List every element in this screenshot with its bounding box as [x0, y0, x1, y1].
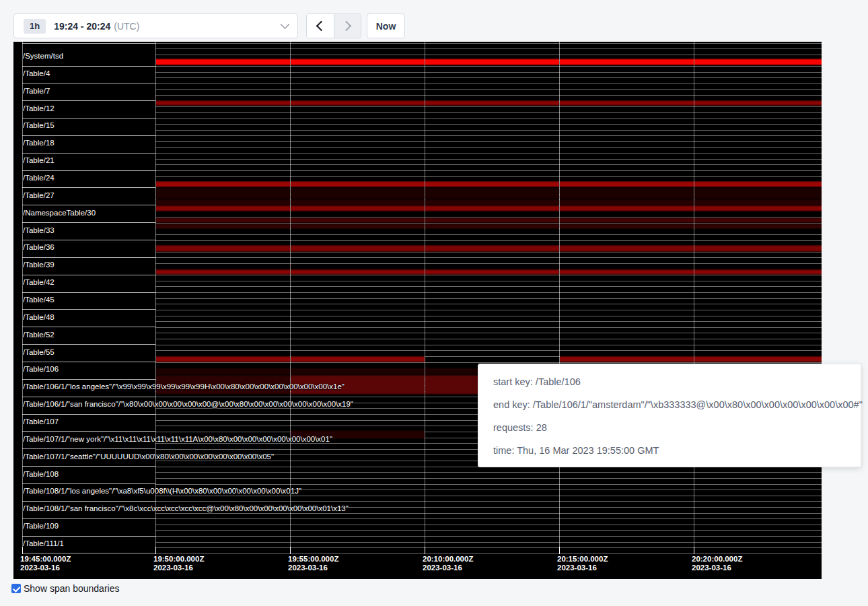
heat-band — [425, 181, 559, 187]
span-boundary-line — [155, 48, 822, 49]
show-span-boundaries-label: Show span boundaries — [24, 583, 119, 594]
heat-band — [560, 59, 694, 65]
tooltip-start-key: start key: /Table/106 — [493, 370, 861, 393]
row-label: /Table/109 — [23, 522, 59, 530]
heat-band — [156, 224, 290, 230]
span-boundary-line — [155, 176, 822, 177]
chevron-left-icon — [316, 21, 326, 32]
span-boundary-line — [155, 141, 822, 142]
row-label: /Table/108/1/"los angeles"/"\xa8\xf5\u00… — [23, 487, 301, 495]
heat-band — [291, 181, 425, 187]
span-boundary-line — [155, 159, 822, 160]
heat-band — [156, 59, 290, 65]
heat-band — [291, 356, 425, 362]
chevron-down-icon — [281, 20, 289, 29]
span-boundary-line — [155, 327, 822, 328]
span-boundary-line — [22, 83, 155, 83]
heat-band — [291, 199, 425, 205]
heat-band — [560, 181, 694, 187]
span-boundary-line — [22, 118, 155, 119]
axis-tick — [290, 547, 291, 554]
span-boundary-line — [22, 483, 155, 484]
show-span-boundaries-checkbox[interactable] — [11, 584, 21, 593]
time-range-selector[interactable]: 1h 19:24 - 20:24 (UTC) — [13, 13, 298, 38]
heat-band — [291, 187, 425, 199]
heat-band — [291, 269, 425, 275]
prev-time-button[interactable] — [307, 14, 334, 38]
span-boundary-line — [22, 309, 155, 310]
row-label: /Table/45 — [23, 296, 55, 304]
chevron-right-icon — [341, 21, 352, 32]
span-boundary-line — [22, 553, 155, 553]
span-boundary-line — [155, 547, 822, 548]
row-label: /Table/27 — [23, 191, 55, 199]
span-boundary-line — [22, 222, 155, 223]
time-label: 19:50:00.000Z2023-03-16 — [153, 555, 204, 572]
time-label: 19:45:00.000Z2023-03-16 — [20, 555, 71, 572]
span-boundary-line — [22, 275, 155, 275]
heat-band — [425, 217, 559, 224]
next-time-button-disabled[interactable] — [334, 14, 361, 38]
range-duration-badge: 1h — [24, 19, 46, 34]
heat-band — [425, 245, 559, 252]
row-label: /Table/107 — [23, 417, 59, 426]
span-boundary-line — [155, 106, 822, 107]
heat-band — [694, 245, 822, 252]
heat-band — [560, 187, 694, 199]
span-boundaries-row: Show span boundaries — [11, 583, 119, 594]
heat-band — [291, 224, 425, 230]
span-boundary-line — [155, 339, 822, 339]
span-boundary-line — [155, 553, 822, 554]
row-label: /Table/108 — [23, 470, 59, 478]
row-label: /Table/107/1/"new york"/"\x11\x11\x11\x1… — [23, 435, 332, 443]
grid-vline — [425, 42, 425, 554]
tooltip-end-key: end key: /Table/106/1/"amsterdam"/"\xb33… — [493, 393, 861, 416]
heat-band — [291, 368, 425, 375]
axis-tick — [22, 547, 23, 554]
heat-band — [425, 199, 559, 205]
span-boundary-line — [155, 316, 822, 316]
span-boundary-line — [22, 66, 155, 67]
span-boundary-line — [22, 518, 155, 519]
span-boundary-line — [22, 379, 155, 380]
heat-band — [425, 224, 559, 230]
heat-band — [156, 199, 290, 205]
row-label: /Table/18 — [23, 139, 55, 147]
heat-band — [425, 269, 559, 275]
toolbar: 1h 19:24 - 20:24 (UTC) Now — [0, 0, 868, 42]
span-boundary-line — [155, 536, 822, 537]
span-boundary-line — [22, 501, 155, 502]
span-boundary-line — [155, 298, 822, 299]
span-boundary-line — [22, 170, 155, 171]
span-boundary-line — [155, 484, 822, 485]
row-label: /Table/24 — [23, 174, 55, 182]
heat-band — [156, 187, 290, 199]
span-boundary-line — [155, 119, 822, 119]
span-boundary-line — [155, 304, 822, 304]
heat-band — [694, 205, 822, 211]
heat-band — [560, 217, 694, 224]
heat-band — [156, 269, 290, 275]
now-button[interactable]: Now — [367, 13, 405, 38]
span-boundary-line — [155, 147, 822, 148]
span-boundary-line — [22, 43, 155, 44]
span-boundary-line — [155, 252, 822, 252]
heat-band — [291, 217, 425, 224]
span-boundary-line — [155, 170, 822, 171]
span-boundary-line — [155, 240, 822, 241]
span-boundary-line — [155, 257, 822, 258]
heat-band — [694, 356, 822, 362]
heat-band — [694, 269, 822, 275]
span-boundary-line — [155, 234, 822, 235]
span-boundary-line — [155, 95, 822, 96]
span-boundary-line — [155, 525, 822, 525]
grid-vline — [694, 42, 694, 554]
heat-band — [291, 100, 425, 106]
span-boundary-line — [155, 281, 822, 281]
key-visualizer-heatmap[interactable]: /System/tsd/Table/4/Table/7/Table/12/Tab… — [13, 42, 822, 579]
span-boundary-line — [155, 496, 822, 496]
heat-band — [694, 217, 822, 224]
heat-band — [291, 245, 425, 252]
tooltip-requests: requests: 28 — [493, 416, 861, 439]
span-boundary-line — [22, 448, 155, 449]
